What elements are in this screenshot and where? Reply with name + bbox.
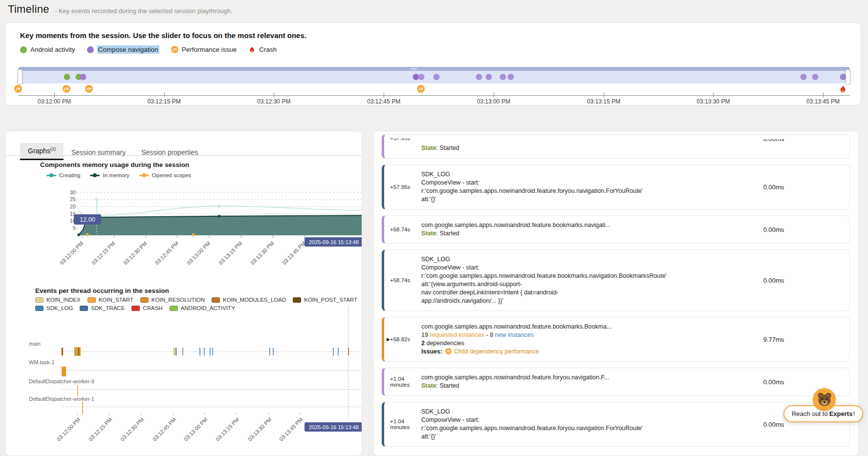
timeline-event-dot[interactable] (80, 74, 86, 80)
thread-event-mark[interactable] (75, 348, 76, 355)
timeline-event-dot[interactable] (812, 74, 818, 80)
axis-label: 03:12:15 PM (73, 416, 113, 456)
thread-legend-item-crash[interactable]: CRASH (131, 305, 162, 311)
thread-row-label: DefaultDispatcher-worker-9 (29, 378, 94, 384)
legend-swatch-icon (35, 297, 43, 303)
thread-event-mark[interactable] (77, 385, 78, 396)
timeline-event-dot[interactable] (486, 74, 492, 80)
thread-event-mark[interactable] (273, 348, 274, 355)
event-duration: 9.77ms (717, 323, 830, 356)
timeline-event-dot[interactable] (64, 74, 70, 80)
axis-label: 03:12:30 PM (257, 98, 290, 105)
slider-rail[interactable] (18, 67, 850, 71)
memory-legend-item-creating[interactable]: Creating (46, 172, 80, 178)
legend-item-android-activity[interactable]: Android activity (20, 46, 75, 53)
thread-event-mark[interactable] (269, 348, 270, 355)
thread-event-mark[interactable] (338, 348, 339, 355)
slider-rail-grip-icon[interactable] (412, 68, 416, 70)
axis-label: 03:13:30 PM (696, 98, 730, 105)
event-duration: 0.00ms (717, 221, 830, 238)
timeline-event-dot[interactable] (434, 74, 440, 80)
thread-event-mark[interactable] (82, 402, 83, 415)
slider-handle-right[interactable] (846, 69, 850, 84)
thread-legend-item-android_activity[interactable]: ANDROID_ACTIVITY (170, 305, 235, 311)
memory-legend-item-in-memory[interactable]: In memory (90, 172, 129, 178)
performance-marker[interactable] (63, 85, 70, 93)
event-card[interactable]: ▶+58.82scom.google.samples.apps.nowinand… (382, 317, 850, 362)
thread-event-mark[interactable] (175, 348, 176, 355)
event-timestamp: +1.04 minutes (384, 408, 421, 441)
thread-event-mark[interactable] (174, 348, 174, 355)
legend-swatch-icon (170, 306, 178, 311)
thread-legend-item-koin_modules_load[interactable]: KOIN_MODULES_LOAD (212, 297, 286, 303)
event-card[interactable]: +57.95sSDK_LOGComposeView - start:r:'com… (382, 165, 850, 209)
expand-caret-icon[interactable]: ▶ (387, 337, 390, 342)
tab-session-properties[interactable]: Session properties (133, 145, 206, 160)
axis-label: 03:13:45 PM (806, 98, 840, 105)
event-description: SDK_LOGComposeView - start:r:'com.google… (421, 170, 717, 204)
thread-event-mark[interactable] (78, 348, 79, 355)
event-duration: 0.00ms (717, 373, 830, 390)
svg-text:03:12:00 PM: 03:12:00 PM (59, 240, 85, 266)
thread-event-mark[interactable] (210, 348, 211, 355)
event-description: SDK_LOGComposeView - start:r:'com.google… (421, 408, 717, 441)
memory-chart-end-time-badge: 2025-09-16 15:13:48 (304, 237, 362, 247)
axis-tick (236, 413, 237, 415)
timeline-event-dot[interactable] (500, 74, 506, 80)
svg-text:03:12:45 PM: 03:12:45 PM (154, 240, 180, 266)
crash-marker[interactable] (839, 85, 846, 93)
thread-event-mark[interactable] (62, 367, 66, 376)
event-duration: 0.00ms (717, 255, 830, 305)
event-card[interactable]: +1.04 minutesSDK_LOGComposeView - start:… (382, 402, 850, 447)
thread-event-mark[interactable] (212, 348, 213, 355)
timeline-event-dot[interactable] (418, 74, 425, 80)
event-timestamp: +58.74s (384, 221, 421, 238)
svg-text:03:13:15 PM: 03:13:15 PM (217, 240, 243, 266)
thread-legend-item-sdk_log[interactable]: SDK_LOG (35, 305, 73, 311)
expert-mascot-icon[interactable] (813, 388, 836, 411)
tab-session-summary[interactable]: Session summary (64, 145, 133, 160)
legend-swatch-icon (140, 297, 149, 303)
timeline-event-dot[interactable] (476, 74, 482, 80)
thread-event-mark[interactable] (333, 348, 334, 355)
svg-text:20: 20 (70, 204, 76, 209)
axis-label: 03:13:45 PM (263, 416, 304, 456)
event-card[interactable]: +1.04 minutescom.google.samples.apps.now… (382, 368, 850, 396)
event-card[interactable]: +58.74sSDK_LOGComposeView - start:r:'com… (382, 249, 850, 311)
bear-mascot-icon (816, 392, 833, 408)
event-duration: 0.00ms (717, 170, 830, 204)
memory-legend-item-opened-scopes[interactable]: Opened scopes (139, 172, 192, 178)
memory-chart-tooltip: 12.00 (74, 214, 101, 225)
legend-item-crash[interactable]: Crash (248, 46, 277, 53)
timeline-slider[interactable]: 03:12:00 PM03:12:15 PM03:12:30 PM03:12:4… (18, 67, 850, 107)
thread-event-mark[interactable] (348, 348, 349, 355)
thread-legend-item-koin_post_start[interactable]: KOIN_POST_START (293, 297, 357, 303)
expert-text-prefix: Reach out to (792, 410, 828, 417)
axis-tick (173, 413, 174, 415)
thread-legend-item-sdk_trace[interactable]: SDK_TRACE (80, 305, 125, 311)
legend-item-performance-issue[interactable]: Performance issue (171, 46, 237, 53)
axis-tick (604, 93, 604, 98)
thread-event-mark[interactable] (62, 348, 63, 355)
event-card[interactable]: +58.74scom.google.samples.apps.nowinandr… (382, 215, 850, 244)
thread-legend-item-koin_start[interactable]: KOIN_START (87, 297, 133, 303)
thread-legend-item-koin_index[interactable]: KOIN_INDEX (35, 297, 81, 303)
slider-handle-left[interactable] (18, 69, 22, 84)
thread-event-mark[interactable] (74, 347, 81, 356)
event-card[interactable]: +57.95sState: Started0.00ms (382, 134, 850, 159)
timeline-event-dot[interactable] (507, 74, 514, 80)
thread-legend-item-koin_resolution[interactable]: KOIN_RESOLUTION (140, 297, 205, 303)
thread-event-mark[interactable] (204, 348, 205, 355)
legend-swatch-icon (87, 297, 96, 303)
thread-event-mark[interactable] (182, 348, 183, 355)
performance-marker[interactable] (14, 85, 22, 93)
thread-chart-end-time-badge: 2025-09-16 15:13:48 (304, 422, 362, 432)
axis-tick (274, 93, 274, 98)
performance-marker[interactable] (85, 85, 93, 93)
thread-event-mark[interactable] (199, 348, 200, 355)
legend-line-icon (139, 175, 149, 176)
performance-marker[interactable] (417, 85, 425, 93)
legend-item-compose-navigation[interactable]: Compose navigation (87, 45, 159, 54)
tab-graphs[interactable]: Graphs(1) (20, 143, 64, 160)
timeline-event-dot[interactable] (800, 74, 806, 80)
